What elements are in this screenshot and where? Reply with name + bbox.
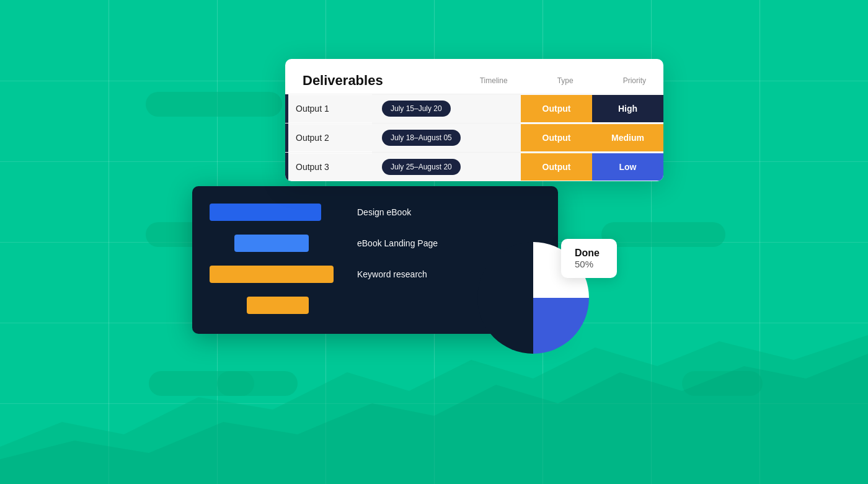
row-timeline: July 18–August 05	[372, 123, 521, 152]
pie-tooltip-title: Done	[575, 248, 603, 259]
deliverables-card: Deliverables Timeline Type Priority Outp…	[285, 59, 663, 181]
timeline-badge: July 15–July 20	[382, 101, 451, 117]
row-type: Output	[521, 153, 592, 181]
pie-chart-area: Done 50%	[471, 236, 595, 362]
gantt-bar-wrap	[210, 235, 346, 252]
gantt-bar-wrap	[210, 297, 346, 314]
card-header: Deliverables Timeline Type Priority	[285, 59, 663, 94]
row-type: Output	[521, 95, 592, 122]
row-priority: High	[592, 95, 663, 122]
table-row: Output 3 July 25–August 20 Output Low	[285, 152, 663, 181]
table-row: Output 2 July 18–August 05 Output Medium	[285, 123, 663, 152]
row-name: Output 3	[288, 153, 372, 181]
pie-tooltip: Done 50%	[561, 239, 617, 278]
row-name: Output 1	[288, 95, 372, 122]
table-row: Output 1 July 15–July 20 Output High	[285, 94, 663, 123]
row-timeline: July 15–July 20	[372, 94, 521, 123]
timeline-badge: July 25–August 20	[382, 159, 461, 175]
row-type: Output	[521, 124, 592, 151]
col-header-timeline: Timeline	[480, 76, 508, 85]
type-badge: Output	[521, 153, 592, 181]
gantt-bar-partial	[247, 297, 309, 314]
gantt-bar-ebook-landing	[234, 235, 309, 252]
timeline-badge: July 18–August 05	[382, 130, 461, 146]
gantt-bar-design-ebook	[210, 204, 321, 221]
priority-badge: High	[592, 95, 663, 122]
row-name: Output 2	[288, 124, 372, 151]
col-header-priority: Priority	[623, 76, 646, 85]
row-priority: Medium	[592, 124, 663, 151]
gantt-bar-wrap	[210, 266, 346, 283]
pie-tooltip-value: 50%	[575, 259, 603, 269]
row-timeline: July 25–August 20	[372, 153, 521, 181]
gantt-bar-wrap	[210, 204, 346, 221]
deco-pill-1	[146, 92, 282, 117]
card-title: Deliverables	[303, 73, 383, 89]
row-priority: Low	[592, 153, 663, 181]
background-chart	[0, 310, 868, 484]
type-badge: Output	[521, 95, 592, 122]
gantt-label: Design eBook	[346, 207, 541, 217]
gantt-bar-keyword	[210, 266, 334, 283]
type-badge: Output	[521, 124, 592, 151]
deco-pill-3	[601, 222, 725, 247]
col-header-type: Type	[557, 76, 574, 85]
priority-badge: Low	[592, 153, 663, 181]
priority-badge: Medium	[592, 124, 663, 151]
gantt-row: Design eBook	[210, 204, 541, 221]
